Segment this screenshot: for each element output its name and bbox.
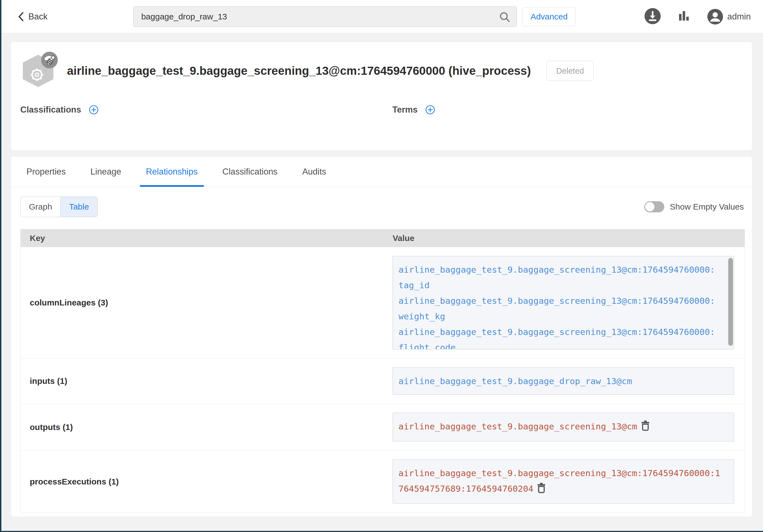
graph-view-button[interactable]: Graph <box>21 197 60 217</box>
relationship-key: outputs (1) <box>21 422 392 432</box>
relationship-key: columnLineages (3) <box>21 298 392 308</box>
relationship-value-cell: airline_baggage_test_9.baggage_screening… <box>392 460 745 504</box>
relationship-key: inputs (1) <box>21 376 392 386</box>
classifications-label: Classifications <box>20 105 81 115</box>
status-badge: Deleted <box>546 61 594 81</box>
entity-link[interactable]: airline_baggage_test_9.baggage_screening… <box>398 419 722 436</box>
hive-badge-icon <box>41 51 58 70</box>
delete-icon[interactable] <box>537 482 546 498</box>
relationship-value-cell: airline_baggage_test_9.baggage_drop_raw_… <box>392 368 745 395</box>
tab-bar: PropertiesLineageRelationshipsClassifica… <box>11 156 752 187</box>
relationship-value-cell: airline_baggage_test_9.baggage_screening… <box>392 413 745 441</box>
relationships-table: Key Value columnLineages (3) airline_bag… <box>20 229 745 513</box>
advanced-search-button[interactable]: Advanced <box>522 7 576 26</box>
show-empty-values-toggle[interactable] <box>644 201 664 212</box>
username: admin <box>727 12 751 22</box>
search-input[interactable] <box>133 6 517 27</box>
relationship-value-box: airline_baggage_test_9.baggage_drop_raw_… <box>392 368 734 395</box>
table-view-button[interactable]: Table <box>60 197 97 217</box>
add-classification-button[interactable] <box>89 105 98 115</box>
key-column-header: Key <box>21 233 392 243</box>
tab-properties[interactable]: Properties <box>20 156 72 187</box>
relationship-value-box: airline_baggage_test_9.baggage_screening… <box>392 460 734 504</box>
user-menu[interactable]: admin <box>707 8 751 25</box>
table-row: processExecutions (1) airline_baggage_te… <box>21 450 745 512</box>
toggle-knob <box>645 202 655 212</box>
terms-label: Terms <box>392 105 418 115</box>
table-row: inputs (1) airline_baggage_test_9.baggag… <box>21 358 745 403</box>
tab-relationships[interactable]: Relationships <box>140 156 204 187</box>
table-row: columnLineages (3) airline_baggage_test_… <box>21 247 745 358</box>
relationship-key: processExecutions (1) <box>21 477 392 487</box>
tab-audits[interactable]: Audits <box>296 156 332 187</box>
view-switcher: Graph Table <box>20 197 98 217</box>
chevron-left-icon <box>17 11 25 22</box>
entity-link[interactable]: airline_baggage_test_9.baggage_screening… <box>398 465 722 498</box>
collapsed-sidebar[interactable] <box>0 0 1 532</box>
relationship-value-box: airline_baggage_test_9.baggage_screening… <box>392 413 734 441</box>
relationship-value-cell: airline_baggage_test_9.baggage_screening… <box>392 256 745 349</box>
relationship-value-box: airline_baggage_test_9.baggage_screening… <box>392 256 734 349</box>
tab-classifications[interactable]: Classifications <box>216 156 283 187</box>
delete-icon[interactable] <box>641 420 650 436</box>
scrollbar-thumb[interactable] <box>728 258 733 346</box>
search-bar <box>133 6 517 27</box>
entity-link[interactable]: airline_baggage_test_9.baggage_screening… <box>398 324 717 349</box>
table-row: outputs (1) airline_baggage_test_9.bagga… <box>21 403 745 450</box>
back-button[interactable]: Back <box>17 11 48 22</box>
entity-link[interactable]: airline_baggage_test_9.baggage_screening… <box>398 262 717 293</box>
search-icon[interactable] <box>498 11 511 24</box>
top-bar: Back Advanced <box>0 0 763 33</box>
add-term-button[interactable] <box>425 105 435 115</box>
entity-detail-card: PropertiesLineageRelationshipsClassifica… <box>11 156 752 517</box>
back-label: Back <box>28 12 48 22</box>
user-icon <box>707 8 723 25</box>
entity-link[interactable]: airline_baggage_test_9.baggage_drop_raw_… <box>398 373 722 389</box>
entity-title: airline_baggage_test_9.baggage_screening… <box>67 64 531 78</box>
window-bottom-edge <box>0 531 763 532</box>
entity-link[interactable]: airline_baggage_test_9.baggage_screening… <box>398 293 717 324</box>
value-column-header: Value <box>392 233 745 243</box>
statistics-icon[interactable] <box>677 9 691 25</box>
hive-process-icon <box>20 54 56 88</box>
entity-header-card: airline_baggage_test_9.baggage_screening… <box>11 42 752 151</box>
download-icon[interactable] <box>644 8 661 26</box>
tab-lineage[interactable]: Lineage <box>84 156 127 187</box>
show-empty-values-label: Show Empty Values <box>670 202 744 212</box>
table-header: Key Value <box>21 229 745 247</box>
